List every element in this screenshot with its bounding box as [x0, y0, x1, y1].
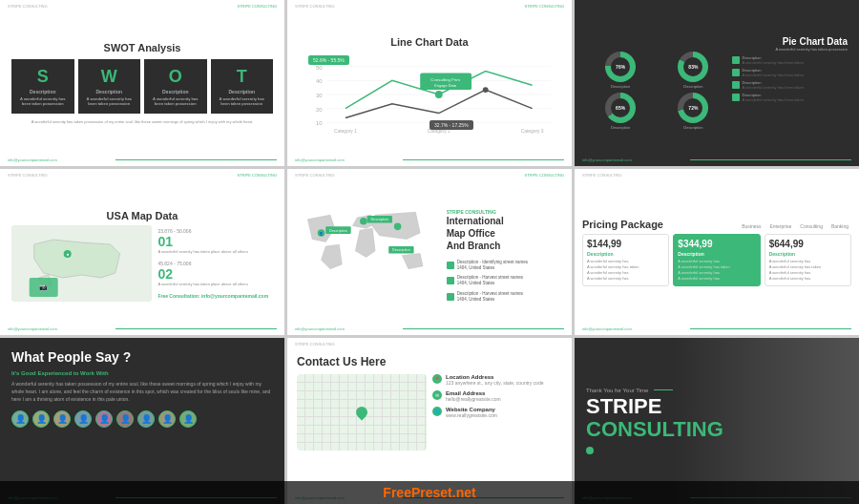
contact-meta-left: STRIPE CONSULTING [295, 342, 335, 346]
avatar-9: 👤 [179, 410, 197, 428]
contact-email: ✉ Email Address hello@reallygreatsite.co… [432, 390, 562, 402]
pie-title: Pie Chart Data [771, 36, 848, 47]
pricing-meta-left: STRIPE CONSULTING [582, 173, 622, 178]
contact-address-text: Location Address 123 anywhere st., any c… [446, 374, 543, 386]
intl-map-area: 👤 Description Description Description [299, 200, 443, 311]
svg-text:👤: 👤 [319, 231, 324, 236]
pie-desc-icon-3 [732, 81, 740, 89]
swot-desc-o: A wonderful serenity has been taken poss… [148, 96, 203, 106]
svg-text:Description: Description [392, 249, 410, 253]
pricing-footer: info@yourcompantemail.com [582, 326, 851, 331]
pie-desc-icon-2 [732, 69, 740, 76]
swot-label-w: Description [95, 89, 122, 94]
contact-address-value: 123 anywhere st., any city, state, count… [446, 380, 543, 386]
contact-email-text: Email Address hello@reallygreatsite.com [446, 390, 501, 402]
slide-line-chart: STRIPE CONSULTING STRIPE CONSULTING Line… [287, 0, 572, 166]
usa-map-content: ● 📷 23.876 - 50.006 01 A wonderful seren… [11, 225, 273, 302]
svg-text:Consulting Firm: Consulting Firm [430, 77, 460, 82]
intl-meta-right: STRIPE CONSULTING [525, 173, 565, 178]
watermark-bar: FreePreset.net [0, 481, 859, 504]
contact-email-value: hello@reallygreatsite.com [446, 396, 501, 402]
pie-desc-4: DescriptionA wonderful serenity has been… [732, 93, 849, 102]
pricing-cards: $144,99 Description A wonderful serenity… [582, 234, 851, 286]
swot-desc-w: A wonderful serenity has been taken poss… [82, 96, 137, 106]
watermark-highlight: Preset [411, 485, 452, 500]
intl-meta-left: STRIPE CONSULTING [295, 173, 335, 178]
usa-map-visual: ● 📷 [11, 225, 152, 302]
svg-text:10: 10 [316, 120, 323, 126]
svg-text:📷: 📷 [39, 283, 48, 291]
pricing-tab-business[interactable]: Business [739, 222, 764, 230]
usa-stat-1: 23.876 - 50.006 01 A wonderful serenity … [157, 228, 273, 255]
swot-letter-t: T [237, 67, 247, 87]
pricing-card-2: $344,99 Description A wonderful serenity… [673, 234, 760, 286]
pie-ring-inner-76: 76% [611, 57, 630, 76]
swot-meta-right: STRIPE CONSULTING [238, 4, 278, 9]
svg-point-23 [360, 218, 367, 225]
pie-ring-72: 72% [678, 93, 708, 123]
pie-footer: info@yourcompantemail.com [582, 158, 851, 162]
usa-svg: ● 📷 [11, 225, 152, 302]
pricing-tab-enterprise[interactable]: Enterprise [766, 222, 794, 230]
intl-desc-text-3: Description - Harvest street names1404, … [457, 291, 523, 304]
pie-title-container: Pie Chart Data A wonderful serenity has … [771, 36, 848, 52]
pie-footer-email: info@yourcompantemail.com [582, 158, 632, 162]
swot-box-s: S Description A wonderful serenity has b… [11, 59, 74, 114]
svg-text:40: 40 [316, 78, 323, 84]
intl-desc-text-2: Description - Harvest street names1404, … [457, 275, 523, 287]
svg-text:20: 20 [316, 107, 323, 113]
pie-ring-65: 65% [605, 93, 636, 123]
svg-text:50: 50 [316, 65, 323, 71]
swot-footer: info@yourcompantemail.com [8, 158, 277, 162]
slide-pricing: STRIPE CONSULTING Pricing Package Busine… [575, 169, 859, 335]
intl-right: STRIPE CONSULTING International Map Offi… [443, 200, 560, 311]
pie-desc-text-2: DescriptionA wonderful serenity has been… [743, 68, 805, 77]
contact-website-text: Website Company www.reallygreatsite.com [446, 407, 497, 418]
avatar-1: 👤 [11, 410, 29, 428]
testimonial-text: A wonderful serenity has taken possessio… [11, 380, 273, 403]
usa-meta-left: STRIPE CONSULTING [8, 173, 48, 178]
swot-grid: S Description A wonderful serenity has b… [11, 59, 273, 114]
intl-footer: info@yourcompantemail.com [295, 326, 564, 331]
pie-desc-text-3: DescriptionA wonderful serenity has been… [743, 80, 805, 90]
intl-title: International Map Office And Branch [447, 215, 504, 252]
stripe-thank: Thank You for Your Time [586, 388, 648, 393]
pie-desc-text-1: DescriptionA wonderful serenity has been… [743, 55, 805, 65]
watermark-prefix: Free [383, 485, 411, 500]
line-badge-1: 52.6% - 55.5% [308, 55, 349, 65]
pie-footer-line [690, 159, 851, 160]
avatar-7: 👤 [137, 410, 155, 428]
pricing-card-3: $644,99 Description A wonderful serenity… [765, 234, 851, 286]
pie-desc-2: DescriptionA wonderful serenity has been… [732, 68, 849, 77]
line-footer-line [403, 159, 564, 160]
line-footer: info@yourcompantemail.com [295, 158, 564, 162]
pie-desc-1: DescriptionA wonderful serenity has been… [732, 55, 849, 65]
swot-footer-line [115, 159, 277, 160]
pricing-title: Pricing Package [582, 219, 663, 230]
pie-item-72: 72% Description [659, 93, 727, 130]
pricing-tabs: Business Enterprise Consulting Banking [739, 222, 851, 230]
stripe-content: Thank You for Your Time STRIPE CONSULTIN… [586, 388, 848, 454]
intl-desc-icon-1 [447, 262, 454, 269]
contact-info: 📍 Location Address 123 anywhere st., any… [432, 374, 562, 451]
usa-footer-email: info@yourcompantemail.com [8, 326, 57, 331]
intl-desc-text-1: Description - Identifying street names14… [457, 260, 528, 272]
avatar-6: 👤 [116, 410, 134, 428]
pricing-tab-banking[interactable]: Banking [828, 222, 851, 230]
pricing-tab-consulting[interactable]: Consulting [797, 222, 826, 230]
swot-footer-email: info@yourcompantemail.com [8, 158, 57, 162]
testimonial-subtitle: It's Good Experienced to Work With [11, 370, 109, 376]
intl-desc-list: Description - Identifying street names14… [447, 260, 560, 304]
pricing-plan-3: Description [769, 251, 847, 257]
avatar-5: 👤 [95, 410, 113, 428]
intl-content: 👤 Description Description Description ST… [299, 200, 560, 311]
contact-website-value: www.reallygreatsite.com [446, 412, 497, 418]
pie-item-83: 83% Description [659, 52, 727, 89]
swot-label-o: Description [162, 89, 189, 94]
line-meta-left: STRIPE CONSULTING [295, 4, 335, 9]
pie-label-83: Description [683, 84, 702, 89]
slide-intl-map: STRIPE CONSULTING STRIPE CONSULTING [287, 169, 572, 335]
pie-item-76: 76% Description [586, 52, 655, 89]
pie-title-row: Pie Chart Data A wonderful serenity has … [586, 36, 848, 52]
swot-footer-desc: A wonderful serenity has taken possessio… [31, 119, 254, 125]
